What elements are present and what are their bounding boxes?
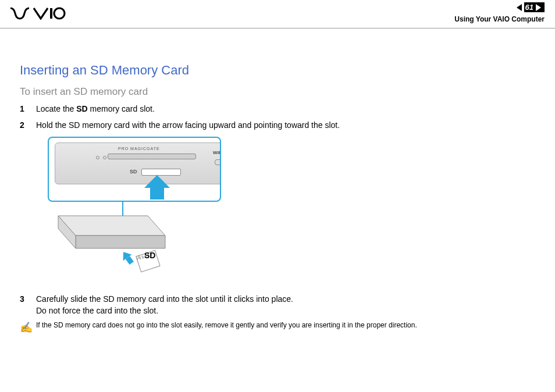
step-1: 1 Locate the SD memory card slot. xyxy=(20,104,535,115)
nav-next-icon[interactable] xyxy=(536,4,541,11)
panel-label-pro: PRO MAGICGATE xyxy=(118,147,160,151)
header-bar: 61 Using Your VAIO Computer xyxy=(0,0,555,28)
step-number: 3 xyxy=(20,294,36,316)
step-text: Carefully slide the SD memory card into … xyxy=(36,294,293,316)
panel-label-wireless: WIRE xyxy=(213,150,221,155)
device-edge-panel: PRO MAGICGATE WIRE OFF SD xyxy=(55,142,221,184)
svg-rect-0 xyxy=(50,8,52,19)
note-text: If the SD memory card does not go into t… xyxy=(36,321,417,329)
step-number: 1 xyxy=(20,104,36,115)
svg-marker-3 xyxy=(76,236,165,248)
text-bold: SD xyxy=(76,104,87,113)
step-3: 3 Carefully slide the SD memory card int… xyxy=(20,294,535,316)
laptop-illustration xyxy=(55,212,183,282)
note-icon: ✍ xyxy=(20,321,36,334)
step-2: 2 Hold the SD memory card with the arrow… xyxy=(20,120,535,131)
text: Do not force the card into the slot. xyxy=(36,306,158,315)
sd-label: SD xyxy=(144,251,155,260)
nav-prev-icon[interactable] xyxy=(517,4,522,11)
page-number: 61 xyxy=(525,3,533,12)
content: Inserting an SD Memory Card To insert an… xyxy=(20,63,535,334)
wireless-switch xyxy=(215,159,221,165)
text: Carefully slide the SD memory card into … xyxy=(36,294,293,304)
svg-marker-2 xyxy=(58,216,165,236)
vaio-logo xyxy=(10,7,66,22)
step-text: Locate the SD memory card slot. xyxy=(36,104,155,115)
page-title: Inserting an SD Memory Card xyxy=(20,63,535,78)
step-text: Hold the SD memory card with the arrow f… xyxy=(36,120,340,131)
text: Locate the xyxy=(36,104,76,113)
zoom-callout: PRO MAGICGATE WIRE OFF SD xyxy=(48,137,221,202)
text: memory card slot. xyxy=(88,104,155,113)
svg-point-1 xyxy=(54,8,65,19)
indicator-led xyxy=(96,156,99,159)
note: ✍ If the SD memory card does not go into… xyxy=(20,321,535,334)
step-number: 2 xyxy=(20,120,36,131)
panel-label-sd: SD xyxy=(130,169,137,174)
section-label: Using Your VAIO Computer xyxy=(454,15,545,23)
indicator-led xyxy=(103,156,106,159)
insert-arrow-icon xyxy=(144,175,170,199)
page-number-box: 61 xyxy=(524,2,545,12)
figure: PRO MAGICGATE WIRE OFF SD xyxy=(41,137,227,288)
page-nav: 61 xyxy=(517,2,545,12)
page-subtitle: To insert an SD memory card xyxy=(20,86,535,98)
memorystick-slot xyxy=(108,154,196,159)
